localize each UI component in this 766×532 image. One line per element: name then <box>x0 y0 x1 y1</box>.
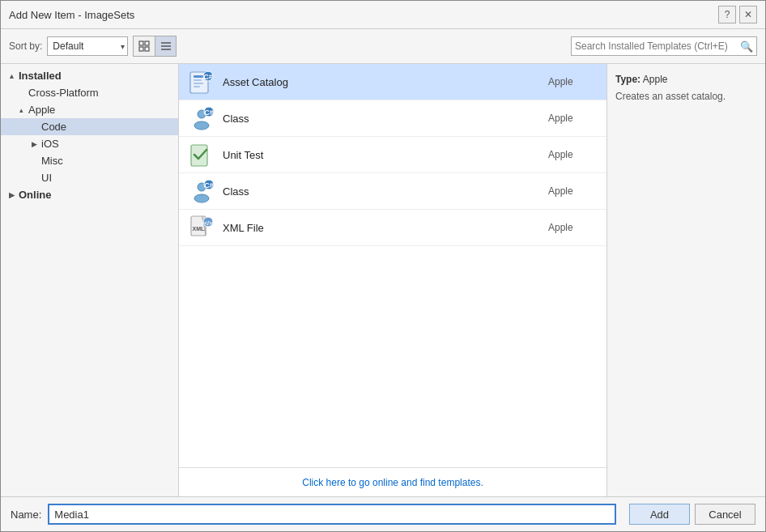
sidebar-item-online-label: Online <box>19 189 51 201</box>
online-link[interactable]: Click here to go online and find templat… <box>302 477 483 488</box>
center-panel: C# Asset Catalog Apple C# <box>179 64 607 496</box>
sidebar-item-code-label: Code <box>41 121 66 133</box>
search-box: 🔍 <box>571 36 757 56</box>
online-arrow: ▶ <box>7 191 15 199</box>
svg-point-15 <box>194 121 209 130</box>
svg-rect-2 <box>139 47 143 51</box>
sidebar-item-online[interactable]: ▶ Online <box>1 186 178 203</box>
table-row[interactable]: XML </> XML File Apple <box>179 210 606 246</box>
item-category-class2: Apple <box>548 185 597 197</box>
svg-text:</>: </> <box>204 220 212 226</box>
sidebar-item-ios-label: iOS <box>41 138 59 150</box>
item-name-asset-catalog: Asset Catalog <box>223 76 540 88</box>
sidebar-item-apple[interactable]: ▴ Apple <box>1 101 178 118</box>
item-name-class1: Class <box>223 113 540 125</box>
sidebar-item-ui[interactable]: UI <box>1 169 178 186</box>
svg-rect-3 <box>145 47 149 51</box>
online-link-area: Click here to go online and find templat… <box>179 467 606 496</box>
table-row[interactable]: C# Class Apple <box>179 173 606 210</box>
class1-icon: C# <box>189 105 215 131</box>
type-value: Apple <box>643 74 668 85</box>
unit-test-icon <box>189 142 215 168</box>
svg-rect-18 <box>191 145 207 166</box>
svg-rect-1 <box>145 41 149 45</box>
close-button[interactable]: ✕ <box>739 6 757 23</box>
info-type-row: Type: Apple <box>615 74 757 85</box>
sidebar-item-ui-label: UI <box>41 172 52 184</box>
sidebar-item-cross-platform-label: Cross-Platform <box>28 87 99 99</box>
svg-text:XML: XML <box>193 226 206 232</box>
dialog-body: Sort by: Default Name Date Type <box>1 29 765 531</box>
sidebar-item-misc[interactable]: Misc <box>1 152 178 169</box>
sidebar-item-cross-platform[interactable]: Cross-Platform <box>1 84 178 101</box>
xml-file-icon: XML </> <box>189 215 215 240</box>
apple-arrow: ▴ <box>17 106 25 114</box>
table-row[interactable]: C# Asset Catalog Apple <box>179 64 606 100</box>
ios-arrow: ▶ <box>30 140 38 148</box>
sidebar-item-ios[interactable]: ▶ iOS <box>1 135 178 152</box>
item-name-unit-test: Unit Test <box>223 149 540 161</box>
sidebar-item-installed-label: Installed <box>19 70 62 82</box>
installed-arrow: ▴ <box>7 72 15 80</box>
name-input[interactable] <box>48 504 616 525</box>
sidebar-item-apple-label: Apple <box>28 104 55 116</box>
sidebar: ▴ Installed Cross-Platform ▴ Apple Code … <box>1 64 179 496</box>
sidebar-item-code[interactable]: Code <box>1 118 178 135</box>
asset-catalog-icon: C# <box>189 69 215 95</box>
add-button[interactable]: Add <box>629 504 690 525</box>
search-input[interactable] <box>575 40 737 52</box>
bottom-bar: Name: Add Cancel <box>1 496 765 531</box>
view-toggle <box>133 36 177 57</box>
table-row[interactable]: Unit Test Apple <box>179 137 606 173</box>
class2-icon: C# <box>189 178 215 204</box>
item-category-xml: Apple <box>548 222 597 233</box>
svg-point-20 <box>194 194 209 202</box>
type-label: Type: <box>615 74 640 85</box>
svg-rect-9 <box>194 79 202 81</box>
title-controls: ? ✕ <box>718 6 757 23</box>
title-bar: Add New Item - ImageSets ? ✕ <box>1 1 765 29</box>
item-list: C# Asset Catalog Apple C# <box>179 64 606 467</box>
help-button[interactable]: ? <box>718 6 736 23</box>
bottom-buttons: Add Cancel <box>629 504 755 525</box>
svg-rect-11 <box>194 86 200 87</box>
dialog-title: Add New Item - ImageSets <box>9 9 134 21</box>
grid-view-button[interactable] <box>134 36 155 56</box>
cancel-button[interactable]: Cancel <box>695 504 755 525</box>
svg-text:C#: C# <box>204 109 214 117</box>
info-panel: Type: Apple Creates an asset catalog. <box>607 64 765 496</box>
svg-text:C#: C# <box>203 73 213 81</box>
svg-text:C#: C# <box>204 181 214 189</box>
search-icon: 🔍 <box>740 40 753 53</box>
sort-select-wrap: Default Name Date Type <box>47 36 128 56</box>
main-content: ▴ Installed Cross-Platform ▴ Apple Code … <box>1 64 765 496</box>
sidebar-item-installed[interactable]: ▴ Installed <box>1 67 178 84</box>
svg-rect-10 <box>194 83 203 84</box>
info-description: Creates an asset catalog. <box>615 90 757 104</box>
list-view-button[interactable] <box>155 36 176 56</box>
item-category-unit-test: Apple <box>548 149 597 160</box>
item-name-class2: Class <box>223 185 540 198</box>
item-name-xml: XML File <box>223 222 540 234</box>
table-row[interactable]: C# Class Apple <box>179 100 606 137</box>
sort-label: Sort by: <box>9 40 42 52</box>
top-bar: Sort by: Default Name Date Type <box>1 29 765 64</box>
item-category-class1: Apple <box>548 113 597 124</box>
svg-rect-0 <box>139 41 143 45</box>
sort-group: Sort by: Default Name Date Type <box>9 36 177 57</box>
name-label: Name: <box>11 509 41 521</box>
sort-dropdown[interactable]: Default Name Date Type <box>47 36 128 56</box>
sidebar-item-misc-label: Misc <box>41 155 63 167</box>
item-category-asset-catalog: Apple <box>548 76 597 87</box>
